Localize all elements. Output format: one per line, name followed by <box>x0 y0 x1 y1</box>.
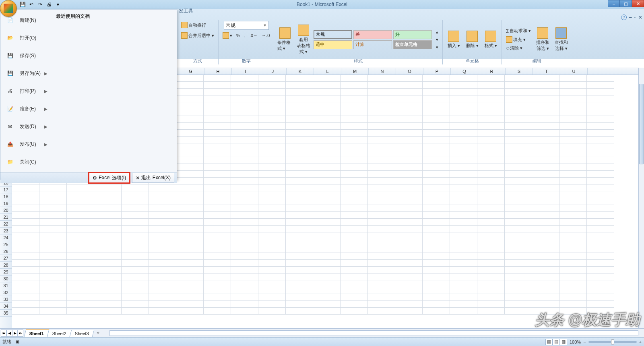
cell[interactable] <box>286 130 313 137</box>
cell[interactable] <box>39 191 67 198</box>
close-button[interactable]: ✕ <box>632 0 644 7</box>
cell[interactable] <box>286 280 313 287</box>
cell[interactable] <box>149 191 176 198</box>
row-header-17[interactable]: 17 <box>0 186 12 193</box>
cell[interactable] <box>477 294 505 301</box>
cell[interactable] <box>559 109 587 116</box>
col-header-S[interactable]: S <box>506 68 533 75</box>
cell[interactable] <box>368 260 395 267</box>
cell[interactable] <box>341 157 368 164</box>
exit-excel-button[interactable]: ✕退出 Excel(X) <box>132 173 174 183</box>
cell[interactable] <box>368 294 395 301</box>
cell[interactable] <box>505 260 532 267</box>
cell[interactable] <box>258 212 286 219</box>
cell[interactable] <box>39 260 67 267</box>
cell[interactable] <box>39 198 67 205</box>
cell[interactable] <box>559 191 587 198</box>
cell[interactable] <box>368 123 395 130</box>
cell[interactable] <box>286 191 313 198</box>
cell[interactable] <box>559 171 587 178</box>
cell[interactable] <box>286 150 313 157</box>
cell[interactable] <box>477 198 505 205</box>
cell[interactable] <box>423 253 450 260</box>
cell[interactable] <box>368 205 395 212</box>
cell[interactable] <box>423 301 450 308</box>
cell[interactable] <box>559 308 587 315</box>
view-normal-button[interactable]: ▦ <box>545 339 553 345</box>
cell[interactable] <box>450 294 477 301</box>
cell[interactable] <box>587 301 614 308</box>
cell[interactable] <box>423 308 450 315</box>
col-header-M[interactable]: M <box>341 68 369 75</box>
cell[interactable] <box>559 157 587 164</box>
cell[interactable] <box>341 123 368 130</box>
cell[interactable] <box>204 239 231 246</box>
cell[interactable] <box>204 280 231 287</box>
cell[interactable] <box>505 150 532 157</box>
cell[interactable] <box>368 212 395 219</box>
cell[interactable] <box>505 75 532 82</box>
cell[interactable] <box>423 130 450 137</box>
cell[interactable] <box>39 219 67 226</box>
cell[interactable] <box>231 191 258 198</box>
cell[interactable] <box>395 95 423 102</box>
cell[interactable] <box>258 191 286 198</box>
cell[interactable] <box>94 260 122 267</box>
cell[interactable] <box>231 171 258 178</box>
cell[interactable] <box>532 205 559 212</box>
cell[interactable] <box>149 267 176 273</box>
cell[interactable] <box>368 157 395 164</box>
zoom-slider-handle[interactable] <box>611 340 614 344</box>
cell[interactable] <box>450 267 477 273</box>
cell[interactable] <box>12 232 39 239</box>
cell[interactable] <box>559 82 587 89</box>
cell[interactable] <box>231 280 258 287</box>
cell[interactable] <box>286 89 313 95</box>
cell[interactable] <box>231 143 258 150</box>
cell[interactable] <box>587 273 614 280</box>
cell[interactable] <box>559 75 587 82</box>
cell[interactable] <box>313 143 341 150</box>
cell[interactable] <box>505 308 532 315</box>
cell[interactable] <box>39 205 67 212</box>
cell[interactable] <box>532 246 559 253</box>
cell[interactable] <box>231 82 258 89</box>
cell[interactable] <box>587 226 614 232</box>
cell[interactable] <box>368 82 395 89</box>
cell[interactable] <box>450 164 477 171</box>
cell[interactable] <box>559 198 587 205</box>
cell[interactable] <box>286 116 313 123</box>
row-header-20[interactable]: 20 <box>0 207 12 214</box>
cell[interactable] <box>423 184 450 191</box>
cell[interactable] <box>313 178 341 184</box>
cell[interactable] <box>67 260 94 267</box>
cell[interactable] <box>12 239 39 246</box>
cell[interactable] <box>368 219 395 226</box>
cell[interactable] <box>313 280 341 287</box>
cell[interactable] <box>313 116 341 123</box>
cell[interactable] <box>559 130 587 137</box>
cell[interactable] <box>204 191 231 198</box>
vertical-scrollbar[interactable] <box>638 68 644 328</box>
cell[interactable] <box>423 287 450 294</box>
qat-save-icon[interactable]: 💾 <box>19 1 26 8</box>
cell[interactable] <box>368 137 395 143</box>
cell[interactable] <box>559 232 587 239</box>
cell[interactable] <box>67 280 94 287</box>
cell[interactable] <box>395 184 423 191</box>
cell[interactable] <box>39 253 67 260</box>
col-header-O[interactable]: O <box>396 68 423 75</box>
cell[interactable] <box>67 308 94 315</box>
cell[interactable] <box>368 164 395 171</box>
cell[interactable] <box>587 232 614 239</box>
office-menu-item-saveas[interactable]: 💾另存为(A)▶ <box>0 64 51 82</box>
cell[interactable] <box>559 280 587 287</box>
cell[interactable] <box>395 226 423 232</box>
col-header-J[interactable]: J <box>259 68 287 75</box>
cell[interactable] <box>12 212 39 219</box>
cell[interactable] <box>395 130 423 137</box>
cell[interactable] <box>286 137 313 143</box>
cell[interactable] <box>258 164 286 171</box>
cell[interactable] <box>450 273 477 280</box>
cell[interactable] <box>176 280 204 287</box>
